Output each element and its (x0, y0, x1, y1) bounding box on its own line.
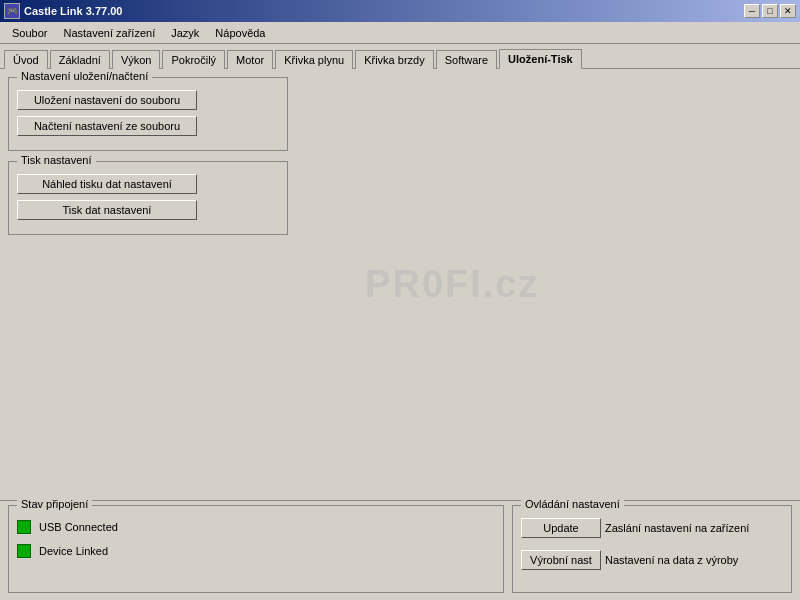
print-button[interactable]: Tisk dat nastavení (17, 200, 197, 220)
print-group: Tisk nastavení Náhled tisku dat nastaven… (8, 161, 288, 235)
save-load-group-title: Nastavení uložení/načtení (17, 70, 152, 82)
save-load-group: Nastavení uložení/načtení Uložení nastav… (8, 77, 288, 151)
tab-motor[interactable]: Motor (227, 50, 273, 69)
factory-label: Nastavení na data z výroby (605, 554, 783, 566)
tab-pokrocily[interactable]: Pokročilý (162, 50, 225, 69)
control-group: Ovládání nastavení Update Zaslání nastav… (512, 505, 792, 593)
tab-krivka-brzdy[interactable]: Křivka brzdy (355, 50, 434, 69)
tab-bar: Úvod Základní Výkon Pokročilý Motor Křiv… (0, 44, 800, 69)
menu-bar: Soubor Nastavení zařízení Jazyk Nápověda (0, 22, 800, 44)
minimize-button[interactable]: ─ (744, 4, 760, 18)
status-right: Ovládání nastavení Update Zaslání nastav… (512, 505, 792, 596)
load-settings-button[interactable]: Načtení nastavení ze souboru (17, 116, 197, 136)
app-icon: 🎮 (4, 3, 20, 19)
tab-krivka-plynu[interactable]: Křivka plynu (275, 50, 353, 69)
menu-napoveda[interactable]: Nápověda (207, 25, 273, 41)
connection-group-title: Stav připojení (17, 498, 92, 510)
usb-status: USB Connected (17, 520, 495, 534)
update-button[interactable]: Update (521, 518, 601, 538)
tab-software[interactable]: Software (436, 50, 497, 69)
tab-zakladni[interactable]: Základní (50, 50, 110, 69)
title-bar: 🎮 Castle Link 3.77.00 ─ □ ✕ (0, 0, 800, 22)
app-title: Castle Link 3.77.00 (24, 5, 122, 17)
update-row: Update Zaslání nastavení na zařízení (521, 518, 783, 538)
menu-soubor[interactable]: Soubor (4, 25, 55, 41)
main-content: Nastavení uložení/načtení Uložení nastav… (0, 69, 800, 499)
save-settings-button[interactable]: Uložení nastavení do souboru (17, 90, 197, 110)
device-led (17, 544, 31, 558)
menu-jazyk[interactable]: Jazyk (163, 25, 207, 41)
tab-vykon[interactable]: Výkon (112, 50, 161, 69)
status-left: Stav připojení USB Connected Device Link… (8, 505, 504, 596)
print-preview-button[interactable]: Náhled tisku dat nastavení (17, 174, 197, 194)
control-group-title: Ovládání nastavení (521, 498, 624, 510)
update-label: Zaslání nastavení na zařízení (605, 522, 783, 534)
connection-group: Stav připojení USB Connected Device Link… (8, 505, 504, 593)
device-label: Device Linked (39, 545, 108, 557)
watermark: PR0FI.cz (365, 263, 539, 306)
tab-ulozeni-tisk[interactable]: Uložení-Tisk (499, 49, 582, 69)
print-group-title: Tisk nastavení (17, 154, 96, 166)
status-bar: Stav připojení USB Connected Device Link… (0, 500, 800, 600)
menu-nastaveni[interactable]: Nastavení zařízení (55, 25, 163, 41)
window-controls: ─ □ ✕ (744, 4, 796, 18)
maximize-button[interactable]: □ (762, 4, 778, 18)
factory-row: Výrobní nast Nastavení na data z výroby (521, 550, 783, 570)
usb-label: USB Connected (39, 521, 118, 533)
close-button[interactable]: ✕ (780, 4, 796, 18)
tab-uvod[interactable]: Úvod (4, 50, 48, 69)
usb-led (17, 520, 31, 534)
factory-button[interactable]: Výrobní nast (521, 550, 601, 570)
device-status: Device Linked (17, 544, 495, 558)
